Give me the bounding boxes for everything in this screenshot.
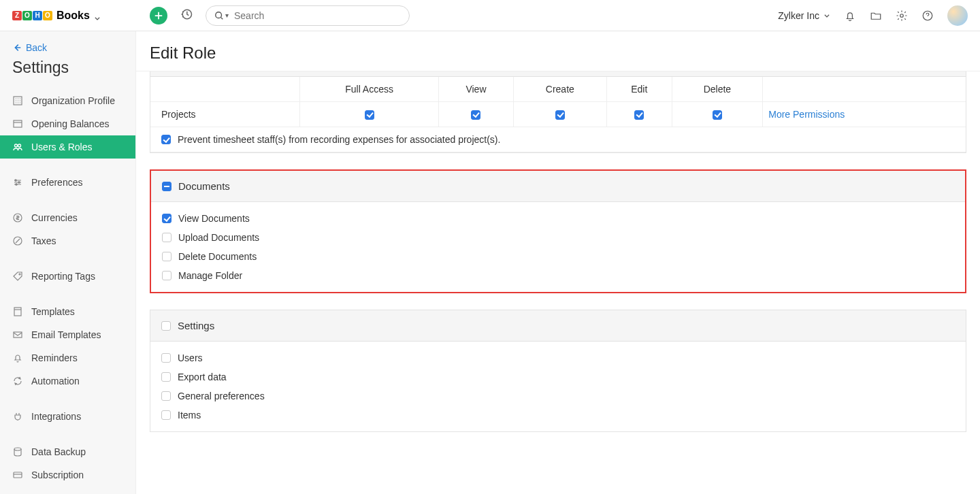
perm-col-more: [763, 77, 966, 102]
checkbox-view-documents[interactable]: [162, 214, 172, 223]
checkbox-users[interactable]: [161, 353, 171, 363]
checkbox-fullaccess[interactable]: [365, 110, 374, 120]
sidebar-item-label: Opening Balances: [31, 118, 109, 129]
checkbox-export-data[interactable]: [161, 372, 171, 382]
checkbox-settings-toggle[interactable]: [161, 321, 171, 331]
balance-icon: [12, 118, 23, 129]
sidebar-item-templates[interactable]: Templates: [0, 300, 135, 323]
settings-panel: Settings Users Export data General prefe…: [150, 310, 966, 432]
folder-icon[interactable]: [870, 10, 882, 22]
timesheets-panel-header-clipped: [150, 71, 966, 77]
notifications-icon[interactable]: [844, 10, 856, 22]
layout: Back Settings Organization Profile Openi…: [0, 31, 980, 494]
sidebar: Back Settings Organization Profile Openi…: [0, 31, 136, 494]
perm-col-create: Create: [514, 77, 607, 102]
back-link[interactable]: Back: [0, 41, 135, 59]
sidebar-item-opening-balances[interactable]: Opening Balances: [0, 112, 135, 135]
checkbox-edit[interactable]: [634, 110, 644, 120]
tax-icon: [12, 235, 23, 246]
sidebar-item-email-templates[interactable]: Email Templates: [0, 323, 135, 346]
perm-col-edit: Edit: [607, 77, 672, 102]
search-input[interactable]: [234, 10, 401, 21]
sidebar-item-label: Integrations: [31, 411, 81, 422]
perm-label: Delete Documents: [178, 251, 257, 262]
brand-area[interactable]: ZOHO Books: [0, 10, 136, 21]
sidebar-item-taxes[interactable]: Taxes: [0, 229, 135, 252]
topbar-right: Zylker Inc: [778, 5, 968, 26]
sidebar-item-automation[interactable]: Automation: [0, 369, 135, 393]
tag-icon: [12, 271, 23, 282]
sidebar-item-label: Subscription: [31, 470, 84, 480]
quick-create-button[interactable]: [150, 7, 167, 24]
org-switcher[interactable]: Zylker Inc: [778, 10, 830, 21]
help-icon[interactable]: [921, 10, 934, 22]
automation-icon: [12, 376, 23, 386]
perm-item-view-documents: View Documents: [162, 213, 954, 224]
sidebar-group: Organization Profile Opening Balances Us…: [0, 85, 135, 159]
perm-label: Items: [178, 410, 201, 421]
svg-rect-5: [14, 120, 22, 127]
avatar[interactable]: [947, 5, 968, 26]
svg-point-9: [18, 182, 20, 183]
svg-point-10: [16, 184, 17, 185]
users-icon: [12, 142, 23, 152]
checkbox-upload-documents[interactable]: [162, 233, 172, 242]
sidebar-item-label: Automation: [31, 376, 80, 386]
sidebar-item-subscription[interactable]: Subscription: [0, 463, 135, 487]
perm-label: General preferences: [178, 391, 265, 401]
sidebar-item-label: Templates: [31, 306, 75, 317]
checkbox-view[interactable]: [471, 110, 480, 120]
sidebar-item-reminders[interactable]: Reminders: [0, 346, 135, 369]
checkbox-items[interactable]: [161, 410, 171, 420]
template-icon: [12, 306, 23, 317]
sidebar-item-label: Reporting Tags: [31, 271, 95, 282]
permissions-table: Full Access View Create Edit Delete Proj…: [150, 77, 966, 152]
sidebar-item-currencies[interactable]: Currencies: [0, 206, 135, 229]
zoho-logo: ZOHO: [12, 11, 52, 20]
settings-panel-title: Settings: [178, 320, 214, 331]
settings-gear-icon[interactable]: [896, 10, 908, 22]
svg-point-2: [900, 14, 904, 17]
svg-point-13: [19, 274, 20, 275]
quick-actions: [136, 7, 193, 24]
svg-rect-14: [14, 308, 21, 316]
perm-label: View Documents: [178, 213, 250, 224]
search-box[interactable]: ▾: [206, 5, 410, 26]
sidebar-item-data-backup[interactable]: Data Backup: [0, 440, 135, 463]
svg-point-6: [15, 144, 18, 147]
checkbox-delete[interactable]: [713, 110, 722, 120]
back-label: Back: [26, 42, 47, 53]
more-permissions-link[interactable]: More Permissions: [768, 109, 845, 120]
perm-row-label: Projects: [150, 102, 300, 127]
checkbox-manage-folder[interactable]: [162, 271, 172, 280]
sidebar-item-label: Taxes: [31, 235, 56, 246]
checkbox-create[interactable]: [555, 110, 565, 120]
documents-perm-list: View Documents Upload Documents Delete D…: [151, 202, 965, 292]
page-header: Edit Role: [136, 31, 980, 71]
page-title: Edit Role: [150, 44, 966, 63]
perm-item-users: Users: [161, 352, 955, 363]
backup-icon: [12, 446, 23, 457]
sidebar-item-reporting-tags[interactable]: Reporting Tags: [0, 265, 135, 288]
sliders-icon: [12, 177, 23, 188]
sidebar-item-preferences[interactable]: Preferences: [0, 171, 135, 194]
settings-heading: Settings: [0, 59, 135, 85]
sidebar-item-users-roles[interactable]: Users & Roles: [0, 135, 135, 159]
checkbox-general-preferences[interactable]: [161, 391, 171, 401]
settings-perm-list: Users Export data General preferences It…: [150, 342, 966, 431]
sidebar-item-label: Users & Roles: [31, 142, 92, 152]
email-icon: [12, 329, 23, 340]
bell-icon: [12, 352, 23, 363]
sidebar-item-integrations[interactable]: Integrations: [0, 405, 135, 428]
perm-item-general-preferences: General preferences: [161, 391, 955, 401]
sidebar-item-label: Currencies: [31, 212, 78, 223]
currency-icon: [12, 212, 23, 223]
checkbox-prevent-timesheet[interactable]: [161, 135, 171, 144]
perm-col-label: [150, 77, 300, 102]
recent-activities-icon[interactable]: [180, 7, 193, 24]
sidebar-item-organization-profile[interactable]: Organization Profile: [0, 89, 135, 112]
sidebar-item-label: Email Templates: [31, 329, 101, 340]
main: Edit Role Full Access View Create Edit D…: [136, 31, 980, 494]
checkbox-delete-documents[interactable]: [162, 252, 172, 261]
checkbox-documents-toggle[interactable]: [162, 182, 172, 191]
